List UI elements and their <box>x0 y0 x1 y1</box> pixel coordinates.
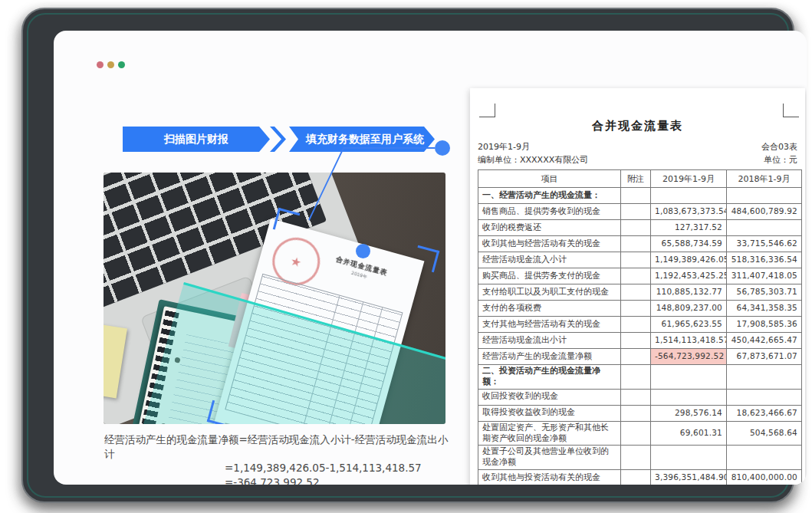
table-cell <box>727 188 802 204</box>
table-cell <box>651 365 727 390</box>
table-cell <box>621 236 651 252</box>
table-row: 经营活动产生的现金流量净额-564,723,992.5267,873,671.0… <box>478 349 802 365</box>
table-cell: 69,601.31 <box>651 421 727 446</box>
flow-step-fill-label: 填充财务数据至用户系统 <box>306 133 424 146</box>
formula-line3: =-364,723,992.52 <box>225 475 451 485</box>
table-row: 销售商品、提供劳务收到的现金1,083,673,373.54484,600,78… <box>478 204 802 220</box>
table-cell: -564,723,992.52 <box>651 349 727 365</box>
table-row: 取得投资收益收到的现金298,576.1418,623,466.67 <box>478 405 802 421</box>
table-cell <box>727 389 802 405</box>
table-cell: 518,316,336.54 <box>727 252 802 268</box>
report-unit: 编制单位：XXXXXX有限公司 <box>478 154 588 166</box>
flow-step-scan-label: 扫描图片财报 <box>164 133 228 146</box>
table-row: 经营活动现金流出小计1,514,113,418.57450,442,665.47 <box>478 333 802 349</box>
table-cell <box>727 446 802 470</box>
table-cell <box>621 333 651 349</box>
table-cell: 484,600,789.92 <box>727 204 802 220</box>
table-cell: 购买商品、提供劳务支付的现金 <box>478 268 621 284</box>
table-cell <box>621 365 651 390</box>
table-cell: 64,341,358.35 <box>727 301 802 317</box>
formula-caption: 经营活动产生的现金流量净额=经营活动现金流入小计-经营活动现金流出小计 =1,1… <box>104 432 451 485</box>
col-header-note: 附注 <box>621 170 651 188</box>
chevron-right-icon <box>270 127 286 152</box>
table-row: 处置子公司及其他营业单位收到的现金净额 <box>478 446 802 470</box>
table-cell: 810,400,000.00 <box>727 469 802 485</box>
report-currency: 单位：元 <box>764 154 797 166</box>
cropmark-right-icon <box>783 104 799 117</box>
table-cell: 二、投资活动产生的现金流量净额： <box>478 365 621 390</box>
table-cell: 支付的各项税费 <box>478 301 621 317</box>
table-cell: 311,407,418.05 <box>727 268 802 284</box>
table-cell: 3,396,351,484.90 <box>651 469 727 485</box>
table-cell <box>621 421 651 446</box>
table-cell <box>621 317 651 333</box>
table-row: 支付的各项税费148,809,237.0064,341,358.35 <box>478 301 802 317</box>
table-cell <box>621 301 651 317</box>
report-form-no: 会合03表 <box>761 141 797 153</box>
table-cell <box>621 389 651 405</box>
minimize-button-icon[interactable] <box>107 61 114 68</box>
table-cell <box>621 220 651 236</box>
table-cell: 处置固定资产、无形资产和其他长期资产收回的现金净额 <box>478 421 621 446</box>
table-row: 处置固定资产、无形资产和其他长期资产收回的现金净额69,601.31504,56… <box>478 421 802 446</box>
flow-step-fill: 填充财务数据至用户系统 <box>289 127 435 152</box>
window-controls <box>97 61 125 68</box>
zoom-button-icon[interactable] <box>118 61 125 68</box>
table-cell <box>621 405 651 421</box>
table-cell <box>651 446 727 470</box>
col-header-2019: 2019年1-9月 <box>651 170 727 188</box>
table-cell: 450,442,665.47 <box>727 333 802 349</box>
table-cell: 127,317.52 <box>651 220 727 236</box>
table-cell: 收到的税费返还 <box>478 220 621 236</box>
report-paper: 合并现金流量表 2019年1-9月 会合03表 编制单位：XXXXXX有限公司 … <box>470 88 805 485</box>
table-row: 收到的税费返还127,317.52 <box>478 220 802 236</box>
flow-step-scan-body: 扫描图片财报 <box>123 127 270 152</box>
formula-line1: 经营活动产生的现金流量净额=经营活动现金流入小计-经营活动现金流出小计 <box>104 432 451 461</box>
report-title: 合并现金流量表 <box>470 119 805 133</box>
cropmark-left-icon <box>479 104 495 117</box>
report-period: 2019年1-9月 <box>478 141 530 153</box>
table-cell <box>727 365 802 390</box>
table-row: 经营活动现金流入小计1,149,389,426.05518,316,336.54 <box>478 252 802 268</box>
table-cell: 61,965,623.55 <box>651 317 727 333</box>
table-row: 收回投资收到的现金 <box>478 389 802 405</box>
cash-flow-table: 项目 附注 2019年1-9月 2018年1-9月 一、经营活动产生的现金流量：… <box>478 169 802 485</box>
col-header-2018: 2018年1-9月 <box>727 170 802 188</box>
flow-step-scan: 扫描图片财报 <box>123 127 286 152</box>
table-cell: 销售商品、提供劳务收到的现金 <box>478 204 621 220</box>
scan-photo: ★ 合并现金流量表 2019年 <box>104 173 445 424</box>
table-cell: 1,192,453,425.25 <box>651 268 727 284</box>
table-cell: 33,715,546.62 <box>727 236 802 252</box>
table-cell <box>621 469 651 485</box>
table-cell: 处置子公司及其他营业单位收到的现金净额 <box>478 446 621 470</box>
table-cell <box>621 204 651 220</box>
table-cell <box>621 284 651 301</box>
table-cell: 一、经营活动产生的现金流量： <box>478 188 621 204</box>
table-row: 购买商品、提供劳务支付的现金1,192,453,425.25311,407,41… <box>478 268 802 284</box>
table-cell: 1,514,113,418.57 <box>651 333 727 349</box>
table-row: 二、投资活动产生的现金流量净额： <box>478 365 802 390</box>
close-button-icon[interactable] <box>97 61 104 68</box>
table-header-row: 项目 附注 2019年1-9月 2018年1-9月 <box>478 170 802 188</box>
table-cell: 1,083,673,373.54 <box>651 204 727 220</box>
table-cell: 1,149,389,426.05 <box>651 252 727 268</box>
table-row: 支付给职工以及为职工支付的现金110,885,132.7756,785,303.… <box>478 284 802 301</box>
report-table-body: 一、经营活动产生的现金流量：销售商品、提供劳务收到的现金1,083,673,37… <box>478 188 802 485</box>
table-cell: 67,873,671.07 <box>727 349 802 365</box>
table-cell <box>651 389 727 405</box>
table-cell: 经营活动现金流出小计 <box>478 333 621 349</box>
scan-anchor-dot <box>356 244 370 258</box>
table-row: 支付其他与经营活动有关的现金61,965,623.5517,908,585.36 <box>478 317 802 333</box>
table-cell: 取得投资收益收到的现金 <box>478 405 621 421</box>
table-cell: 148,809,237.00 <box>651 301 727 317</box>
table-cell <box>621 268 651 284</box>
device-frame: 扫描图片财报 填充财务数据至用户系统 ★ 合并现金流量表 <box>21 8 794 503</box>
table-cell: 经营活动现金流入小计 <box>478 252 621 268</box>
window-content: 扫描图片财报 填充财务数据至用户系统 ★ 合并现金流量表 <box>54 31 807 485</box>
table-row: 收到其他与经营活动有关的现金65,588,734.5933,715,546.62 <box>478 236 802 252</box>
table-cell <box>727 220 802 236</box>
formula-line2: =1,149,389,426.05-1,514,113,418.57 <box>225 461 451 475</box>
table-cell: 收到其他与投资活动有关的现金 <box>478 469 621 485</box>
table-cell: 504,568.64 <box>727 421 802 446</box>
table-cell: 收到其他与经营活动有关的现金 <box>478 236 621 252</box>
